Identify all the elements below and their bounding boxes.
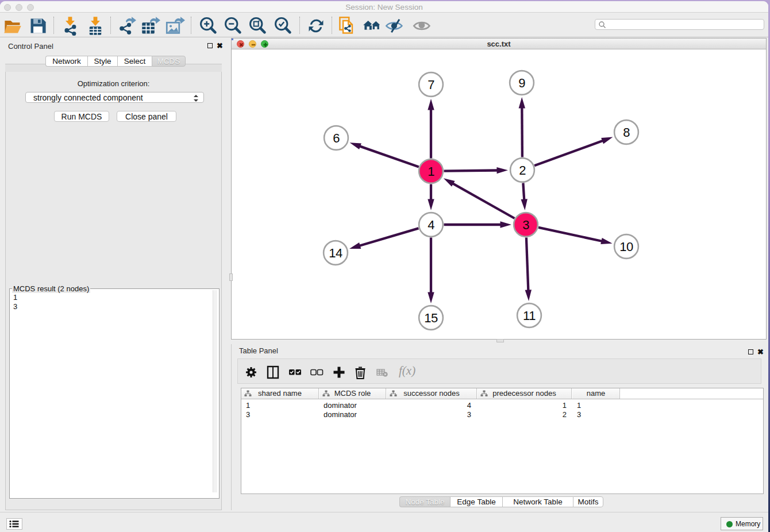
svg-text:15: 15 (424, 311, 438, 325)
svg-text:7: 7 (428, 78, 434, 92)
svg-text:14: 14 (329, 246, 342, 260)
svg-text:4: 4 (428, 218, 434, 232)
svg-text:3: 3 (522, 218, 529, 232)
svg-text:10: 10 (619, 240, 633, 254)
svg-text:2: 2 (519, 163, 526, 178)
svg-text:6: 6 (333, 131, 340, 145)
svg-text:9: 9 (518, 76, 525, 90)
svg-text:1: 1 (428, 164, 434, 179)
svg-text:11: 11 (523, 309, 536, 323)
svg-text:8: 8 (623, 125, 630, 140)
